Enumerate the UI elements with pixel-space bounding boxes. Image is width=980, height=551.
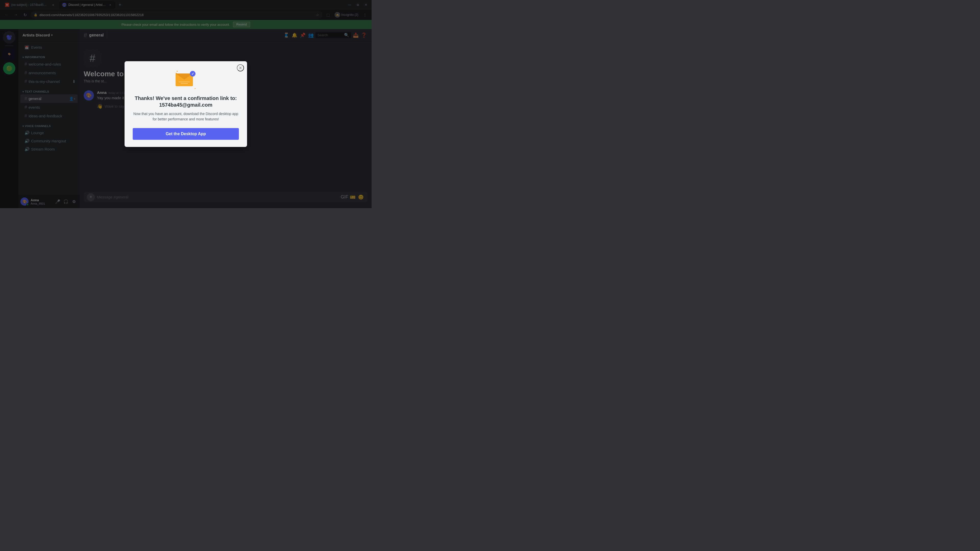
sparkle-icon-3: ✦ [194, 87, 196, 90]
modal-close-button[interactable]: × [237, 64, 244, 71]
get-desktop-app-button[interactable]: Get the Desktop App [133, 128, 239, 140]
envelope-line-2 [181, 83, 188, 84]
modal-description: Now that you have an account, download t… [133, 111, 239, 122]
discord-app: Please check your email and follow the i… [0, 20, 372, 208]
modal-title: Thanks! We've sent a confirmation link t… [135, 95, 237, 108]
envelope-line-1 [179, 82, 190, 82]
modal-illustration: ✦ ✦ ✓ ✦ ✦ [176, 69, 196, 90]
envelope: ✓ [176, 73, 193, 86]
modal-dialog: × ✦ ✦ ✓ ✦ ✦ [124, 61, 247, 147]
checkmark-badge: ✓ [190, 71, 196, 76]
modal-overlay: × ✦ ✦ ✓ ✦ ✦ [0, 0, 372, 208]
